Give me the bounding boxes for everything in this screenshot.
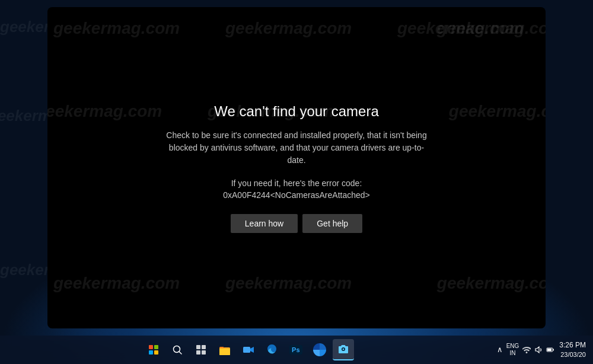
camera-app-button[interactable] <box>238 339 259 360</box>
error-code-section: If you need it, here's the error code: 0… <box>160 178 433 200</box>
svg-point-10 <box>342 349 344 350</box>
camera-app-window: geekermag.com geekermag.com geekermag.co… <box>47 7 546 328</box>
svg-rect-4 <box>196 350 200 355</box>
system-tray: ∧ ENGIN <box>497 343 555 357</box>
error-code-label: If you need it, here's the error code: <box>160 178 433 188</box>
time-display: 3:26 PM <box>559 341 586 350</box>
app-icon-1[interactable] <box>309 339 330 360</box>
battery-icon <box>546 346 554 354</box>
error-description: Check to be sure it's connected and inst… <box>160 129 433 167</box>
window-watermark: geekermag.com <box>437 274 546 293</box>
edge-browser-button[interactable] <box>262 339 283 360</box>
task-view-button[interactable] <box>190 339 212 360</box>
ps-label: Ps <box>289 345 302 355</box>
circular-icon <box>313 343 326 356</box>
error-title: We can't find your camera <box>160 103 433 120</box>
clock[interactable]: 3:26 PM 23/03/20 <box>559 341 586 359</box>
svg-rect-5 <box>202 350 206 355</box>
windows-logo-icon <box>149 345 158 355</box>
taskbar-center: Ps <box>0 339 497 360</box>
start-button[interactable] <box>143 339 164 360</box>
file-explorer-button[interactable] <box>214 339 235 360</box>
taskbar-right: ∧ ENGIN 3:26 PM 23/03/20 <box>497 341 593 359</box>
svg-marker-8 <box>250 347 254 353</box>
svg-line-1 <box>179 352 181 354</box>
get-help-button[interactable]: Get help <box>302 214 362 233</box>
window-watermark: geekermag.com <box>47 102 162 121</box>
camera-icon <box>337 344 349 355</box>
window-watermark: geekermag.com <box>437 19 546 38</box>
search-icon <box>172 344 183 355</box>
file-explorer-icon <box>219 344 231 355</box>
chevron-icon[interactable]: ∧ <box>497 345 503 354</box>
volume-icon <box>534 346 543 354</box>
search-button[interactable] <box>167 339 188 360</box>
svg-rect-13 <box>553 349 554 350</box>
photoshop-button[interactable]: Ps <box>285 339 307 360</box>
camera-taskbar-button[interactable] <box>333 339 354 360</box>
date-display: 23/03/20 <box>559 350 586 359</box>
window-watermark: geekermag.com <box>225 274 352 293</box>
svg-rect-2 <box>196 345 200 349</box>
svg-rect-7 <box>243 347 250 353</box>
edge-icon <box>266 344 278 356</box>
svg-rect-12 <box>547 349 551 351</box>
error-code: 0xA00F4244<NoCamerasAreAttached> <box>160 190 433 200</box>
taskbar: Ps ∧ ENGIN <box>0 336 593 364</box>
window-watermark: geekermag.com <box>225 19 352 38</box>
video-icon <box>243 344 254 355</box>
error-content: We can't find your camera Check to be su… <box>148 91 445 245</box>
svg-rect-3 <box>202 345 206 349</box>
learn-how-button[interactable]: Learn how <box>231 214 298 233</box>
action-buttons: Learn how Get help <box>160 214 433 233</box>
window-watermark: geekermag.com <box>53 274 180 293</box>
task-view-icon <box>196 344 206 355</box>
lang-indicator: ENGIN <box>506 343 519 357</box>
window-watermark: geekermag.com <box>449 102 546 121</box>
window-watermark: geekermag.com <box>397 19 524 38</box>
wifi-icon <box>522 346 531 354</box>
window-watermark: geekermag.com <box>53 19 180 38</box>
